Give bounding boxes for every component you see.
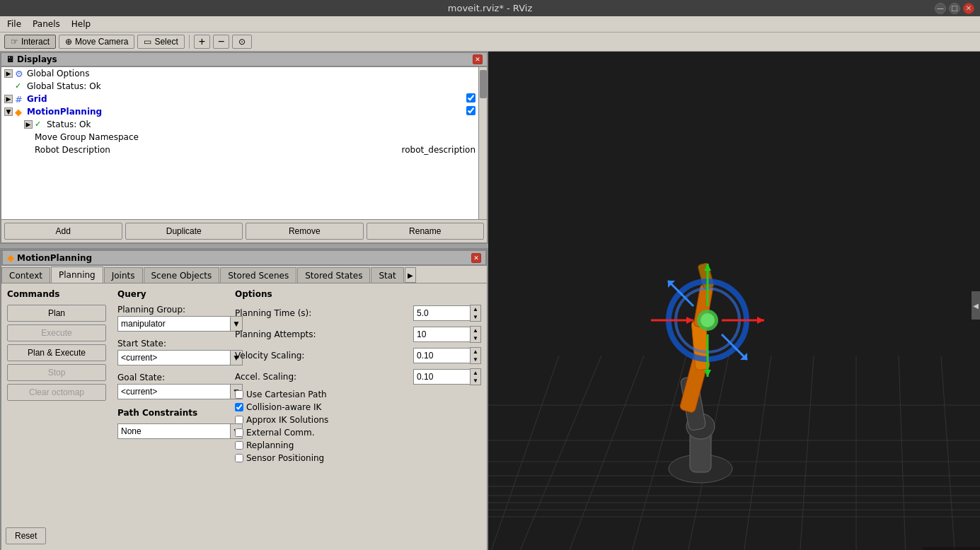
planning-attempts-input[interactable]	[413, 327, 470, 342]
path-constraints-dropdown: ▼	[117, 423, 224, 439]
tab-stat[interactable]: Stat	[371, 267, 403, 283]
menu-bar: File Panels Help	[0, 16, 980, 33]
velocity-scaling-down[interactable]: ▼	[471, 356, 480, 363]
tab-stored-states[interactable]: Stored States	[297, 267, 370, 283]
motion-planning-checkbox[interactable]	[466, 106, 475, 115]
motion-planning-panel: ◆ MotionPlanning ✕ Context Planning Join…	[0, 248, 488, 550]
velocity-scaling-input[interactable]	[413, 348, 470, 363]
sensor-positioning-checkbox[interactable]	[235, 454, 243, 462]
displays-scrollbar[interactable]	[478, 67, 487, 219]
display-row-robot-desc[interactable]: Robot Description robot_description	[1, 144, 478, 156]
expand-motion-planning[interactable]: ▼	[4, 107, 13, 116]
planning-attempts-down[interactable]: ▼	[471, 334, 480, 342]
menu-file[interactable]: File	[3, 18, 25, 30]
expand-global-options[interactable]: ▶	[4, 69, 13, 78]
cursor-icon: ☞	[11, 37, 18, 47]
planning-time-down[interactable]: ▼	[471, 313, 480, 321]
planning-attempts-row: Planning Attempts: ▲ ▼	[235, 326, 481, 343]
tab-planning[interactable]: Planning	[51, 267, 103, 283]
motion-panel-icon: ◆	[7, 252, 14, 263]
tab-joints[interactable]: Joints	[104, 267, 143, 283]
external-comm-label: External Comm.	[246, 428, 315, 438]
menu-panels[interactable]: Panels	[28, 18, 64, 30]
planning-time-up[interactable]: ▲	[471, 305, 480, 313]
planning-time-input[interactable]	[413, 305, 470, 321]
displays-panel-icon: 🖥	[6, 54, 14, 64]
accel-scaling-input[interactable]	[413, 369, 470, 385]
close-button[interactable]: ✕	[963, 3, 974, 14]
replanning-checkbox[interactable]	[235, 441, 243, 450]
global-status-label: Global Status: Ok	[27, 81, 101, 91]
reset-btn-container: Reset	[6, 527, 46, 544]
grid-icon: #	[15, 94, 25, 104]
start-state-field: Start State: ▼	[117, 339, 224, 365]
tabs-bar: Context Planning Joints Scene Objects St…	[1, 266, 487, 283]
robot-desc-label: Robot Description	[35, 145, 110, 155]
use-cartesian-path-row: Use Cartesian Path	[235, 390, 481, 399]
check-icon-status: ✓	[35, 119, 45, 129]
displays-scroll-thumb[interactable]	[480, 70, 487, 98]
planning-time-row: Planning Time (s): ▲ ▼	[235, 305, 481, 322]
accel-scaling-down[interactable]: ▼	[471, 377, 480, 385]
left-panel: 🖥 Displays ✕ ▶ ⚙ Global Options	[0, 52, 488, 550]
velocity-scaling-label: Velocity Scaling:	[235, 351, 413, 361]
accel-scaling-input-row: ▲ ▼	[413, 368, 481, 385]
goal-state-field: Goal State: ▼	[117, 373, 224, 399]
displays-panel-close[interactable]: ✕	[473, 54, 483, 64]
accel-scaling-row: Accel. Scaling: ▲ ▼	[235, 368, 481, 385]
camera-settings-button[interactable]: ⊙	[232, 35, 252, 49]
display-row-global-status[interactable]: ✓ Global Status: Ok	[1, 80, 478, 93]
add-display-button[interactable]: Add	[4, 223, 122, 240]
remove-button[interactable]: −	[213, 35, 229, 49]
start-state-input[interactable]	[117, 350, 230, 365]
collision-aware-ik-label: Collision-aware IK	[246, 402, 321, 412]
commands-column: Commands Plan Execute Plan & Execute Sto…	[7, 289, 106, 550]
plan-execute-button[interactable]: Plan & Execute	[7, 344, 106, 361]
motion-panel-close[interactable]: ✕	[471, 253, 481, 263]
reset-button[interactable]: Reset	[6, 527, 46, 544]
select-icon: ▭	[144, 37, 151, 47]
rename-display-button[interactable]: Rename	[367, 223, 485, 240]
approx-ik-solutions-checkbox[interactable]	[235, 416, 243, 424]
planning-group-input[interactable]	[117, 316, 230, 332]
menu-help[interactable]: Help	[67, 18, 95, 30]
camera-icon: ⊕	[65, 37, 72, 47]
minimize-button[interactable]: —	[935, 3, 946, 14]
displays-panel-header: 🖥 Displays ✕	[0, 52, 488, 67]
remove-display-button[interactable]: Remove	[246, 223, 364, 240]
tab-stored-scenes[interactable]: Stored Scenes	[220, 267, 296, 283]
expand-grid[interactable]: ▶	[4, 95, 13, 103]
grid-checkbox[interactable]	[466, 93, 475, 103]
external-comm-checkbox[interactable]	[235, 428, 243, 437]
display-row-global-options[interactable]: ▶ ⚙ Global Options	[1, 67, 478, 80]
display-row-grid[interactable]: ▶ # Grid	[1, 93, 478, 105]
use-cartesian-path-checkbox[interactable]	[235, 390, 243, 399]
velocity-scaling-up[interactable]: ▲	[471, 348, 480, 356]
tabs-scroll-right[interactable]: ▶	[405, 267, 416, 283]
display-row-motion-planning[interactable]: ▼ ◆ MotionPlanning	[1, 105, 478, 118]
planning-time-label: Planning Time (s):	[235, 308, 413, 318]
display-row-move-group[interactable]: Move Group Namespace	[1, 131, 478, 144]
accel-scaling-up[interactable]: ▲	[471, 369, 480, 377]
query-header: Query	[117, 289, 224, 299]
maximize-button[interactable]: □	[949, 3, 960, 14]
goal-state-input[interactable]	[117, 384, 230, 399]
planning-attempts-up[interactable]: ▲	[471, 327, 480, 334]
tab-scene-objects[interactable]: Scene Objects	[144, 267, 220, 283]
display-row-status-ok[interactable]: ▶ ✓ Status: Ok	[1, 118, 478, 131]
add-button[interactable]: +	[194, 35, 210, 49]
tab-context[interactable]: Context	[1, 267, 50, 283]
duplicate-display-button[interactable]: Duplicate	[125, 223, 243, 240]
grid-label: Grid	[27, 94, 47, 104]
select-button[interactable]: ▭ Select	[137, 35, 184, 49]
move-camera-button[interactable]: ⊕ Move Camera	[59, 35, 134, 49]
viewport-collapse-button[interactable]: ◀	[972, 291, 980, 320]
plan-button[interactable]: Plan	[7, 305, 106, 322]
collision-aware-ik-checkbox[interactable]	[235, 403, 243, 411]
path-constraints-input[interactable]	[117, 423, 230, 439]
main-layout: 🖥 Displays ✕ ▶ ⚙ Global Options	[0, 52, 980, 550]
sensor-positioning-row: Sensor Positioning	[235, 453, 481, 463]
interact-button[interactable]: ☞ Interact	[4, 35, 56, 49]
replanning-row: Replanning	[235, 440, 481, 450]
expand-status-ok[interactable]: ▶	[24, 120, 33, 129]
